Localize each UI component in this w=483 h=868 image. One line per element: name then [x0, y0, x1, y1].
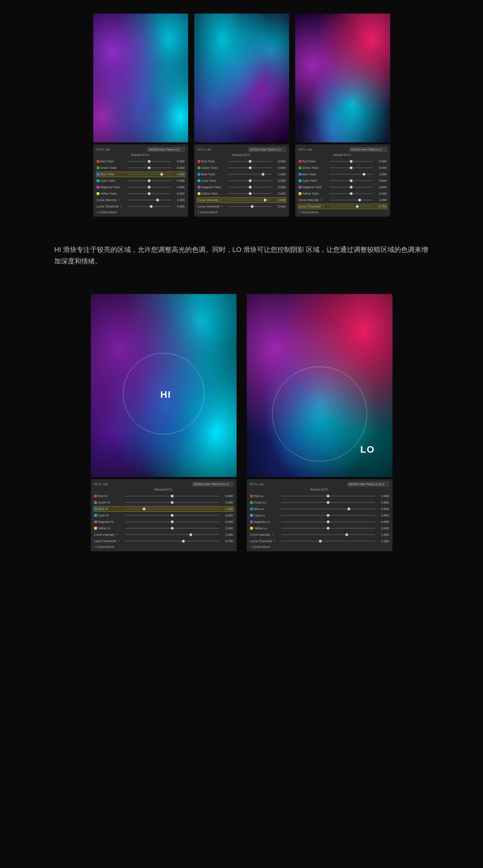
global-blend-lo[interactable]: > Global Blend — [250, 545, 389, 549]
panel-select-wrapper-lo[interactable]: MONO-Hue-Twist-Lo-v1.0 — [347, 482, 389, 487]
global-blend-hi[interactable]: > Global Blend — [94, 545, 233, 549]
panel-header-lo: DCTL List MONO-Hue-Twist-Lo-v1.0 — [250, 482, 389, 487]
slider-green-3[interactable] — [329, 167, 373, 168]
slider-magenta-2[interactable] — [228, 187, 272, 188]
global-blend-2[interactable]: > Global Blend — [198, 211, 286, 214]
value-blue-hi: -1.000 — [221, 507, 233, 511]
luma-plus-lo[interactable]: + — [274, 539, 275, 543]
slider-curve-2[interactable] — [229, 200, 271, 200]
slider-blue-hi[interactable] — [125, 509, 219, 509]
value-green-3: 0.000 — [375, 166, 387, 170]
slider-cyan-1[interactable] — [127, 180, 171, 181]
global-blend-1[interactable]: > Global Blend — [97, 211, 185, 214]
yellow-swatch-hi — [94, 527, 97, 530]
slider-blue-lo[interactable] — [281, 509, 375, 509]
slider-curve-hi[interactable] — [125, 534, 219, 535]
slider-red-hi[interactable] — [125, 496, 219, 496]
slider-yellow-2[interactable] — [228, 193, 272, 194]
slider-green-1[interactable] — [127, 167, 171, 168]
slider-luma-3[interactable] — [330, 206, 373, 207]
slider-red-lo[interactable] — [281, 496, 375, 496]
param-row-curve-3: Curve Intensity + 1.000 — [299, 197, 387, 203]
param-label-green-hi: Green Hi — [94, 501, 123, 504]
cyan-swatch-1 — [97, 179, 99, 182]
slider-luma-1[interactable] — [127, 206, 171, 207]
panel-select-wrapper-2[interactable]: MONO-Hue-Twist-v1.0 — [248, 147, 286, 152]
panel-select-3[interactable]: MONO-Hue-Twist-v1.0 — [349, 147, 387, 152]
luma-plus-2[interactable]: + — [221, 205, 223, 208]
param-row-luma-3: Luma Threshold + 0.750 — [298, 204, 387, 209]
slider-magenta-1[interactable] — [127, 187, 171, 188]
value-cyan-1: 0.000 — [173, 179, 185, 182]
luma-plus-1[interactable]: + — [120, 205, 122, 208]
preview-image-2 — [194, 14, 289, 142]
reload-btn-lo[interactable]: Reload DCTL — [250, 488, 389, 491]
param-row-red-lo: Red Lo 0.000 — [250, 493, 389, 499]
slider-cyan-hi[interactable] — [125, 515, 219, 516]
slider-green-lo[interactable] — [281, 502, 375, 503]
curve-plus-2[interactable]: + — [220, 198, 222, 202]
top-preview-section: DCTL List MONO-Hue-Twist-v1.0 Reload DCT… — [0, 0, 483, 217]
slider-curve-1[interactable] — [127, 200, 171, 200]
slider-magenta-hi[interactable] — [125, 521, 219, 522]
curve-plus-3[interactable]: + — [321, 198, 322, 202]
param-label-blue-lo: Blue Lo — [250, 507, 279, 511]
slider-yellow-hi[interactable] — [125, 528, 219, 529]
blue-swatch-hi — [95, 508, 97, 510]
value-yellow-2: 0.000 — [274, 192, 286, 195]
param-row-blue-hi: Blue Hi -1.000 — [94, 506, 234, 512]
reload-btn-hi[interactable]: Reload DCTL — [94, 488, 233, 491]
param-row-cyan-1: Cyan Twist 0.000 — [97, 178, 185, 183]
panel-select-hi[interactable]: MONO-Hue-Twist-Hi-v1.0 — [192, 482, 233, 487]
slider-red-3[interactable] — [329, 161, 373, 162]
global-blend-3[interactable]: > Global Blend — [299, 211, 387, 214]
panel-select-wrapper-3[interactable]: MONO-Hue-Twist-v1.0 — [349, 147, 387, 152]
slider-cyan-lo[interactable] — [281, 515, 375, 516]
luma-plus-3[interactable]: + — [322, 205, 324, 208]
slider-blue-1[interactable] — [128, 174, 170, 175]
control-panel-1: DCTL List MONO-Hue-Twist-v1.0 Reload DCT… — [93, 144, 188, 217]
param-label-red-2: Red Twist — [198, 160, 226, 163]
slider-blue-3[interactable] — [329, 174, 373, 175]
slider-cyan-3[interactable] — [329, 180, 373, 181]
slider-curve-lo[interactable] — [281, 534, 375, 535]
slider-yellow-1[interactable] — [127, 193, 171, 194]
panel-select-1[interactable]: MONO-Hue-Twist-v1.0 — [147, 147, 185, 152]
panel-select-wrapper-hi[interactable]: MONO-Hue-Twist-Hi-v1.0 — [192, 482, 233, 487]
luma-plus-hi[interactable]: + — [118, 539, 119, 543]
slider-luma-lo[interactable] — [281, 541, 375, 541]
param-row-blue-1: Blue Twist 1.000 — [96, 172, 185, 177]
curve-plus-1[interactable]: + — [119, 198, 120, 202]
dctl-list-label-2: DCTL List — [198, 148, 211, 151]
param-row-cyan-lo: Cyan Lo 0.000 — [250, 513, 389, 518]
slider-curve-3[interactable] — [329, 200, 373, 200]
slider-red-2[interactable] — [228, 161, 272, 162]
panel-select-wrapper-1[interactable]: MONO-Hue-Twist-v1.0 — [147, 147, 185, 152]
slider-yellow-lo[interactable] — [281, 528, 375, 529]
slider-luma-2[interactable] — [228, 206, 272, 207]
panel-select-2[interactable]: MONO-Hue-Twist-v1.0 — [248, 147, 286, 152]
param-row-cyan-3: Cyan Twist 0.000 — [299, 178, 387, 183]
param-label-green-2: Green Twist — [198, 166, 226, 170]
curve-plus-hi[interactable]: + — [116, 533, 118, 536]
slider-magenta-3[interactable] — [329, 187, 373, 188]
param-label-curve-lo: Curve Intensity + — [250, 533, 279, 536]
reload-btn-3[interactable]: Reload DCTL — [299, 153, 387, 157]
value-curve-lo: 1.000 — [377, 533, 389, 536]
slider-green-2[interactable] — [228, 167, 272, 168]
curve-plus-lo[interactable]: + — [272, 533, 274, 536]
slider-blue-2[interactable] — [228, 174, 272, 175]
slider-magenta-lo[interactable] — [281, 521, 375, 522]
slider-red-1[interactable] — [127, 161, 171, 162]
slider-luma-hi[interactable] — [125, 541, 219, 541]
value-magenta-1: 0.000 — [173, 185, 185, 189]
panel-select-lo[interactable]: MONO-Hue-Twist-Lo-v1.0 — [347, 482, 389, 487]
slider-cyan-2[interactable] — [228, 180, 272, 181]
param-row-cyan-2: Cyan Twist 0.000 — [198, 178, 286, 183]
value-luma-1: 0.500 — [173, 205, 185, 208]
param-row-magenta-2: Magenta Twist 0.000 — [198, 184, 286, 190]
reload-btn-2[interactable]: Reload DCTL — [198, 153, 286, 157]
slider-green-hi[interactable] — [125, 502, 219, 503]
reload-btn-1[interactable]: Reload DCTL — [97, 153, 185, 157]
slider-yellow-3[interactable] — [329, 193, 373, 194]
